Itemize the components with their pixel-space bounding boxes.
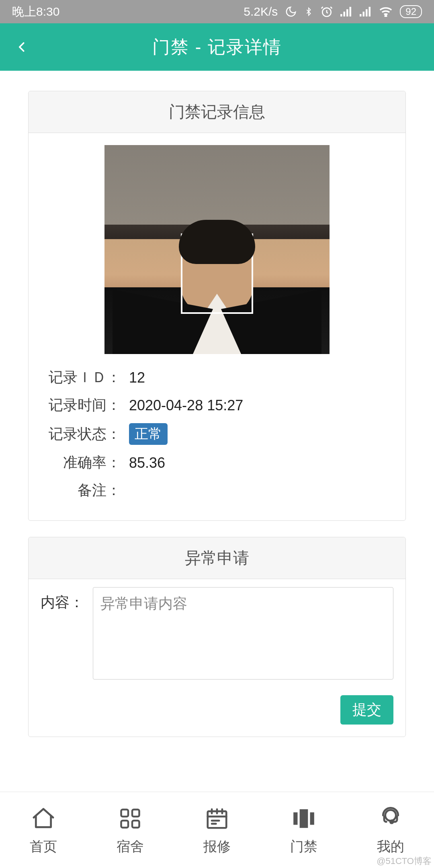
exception-content-label: 内容：: [41, 587, 93, 683]
record-remark-row: 备注：: [41, 477, 393, 504]
record-accuracy-row: 准确率： 85.36: [41, 449, 393, 477]
wifi-icon: [379, 6, 393, 17]
svg-point-9: [385, 16, 387, 17]
record-status-row: 记录状态： 正常: [41, 419, 393, 449]
exception-content-input[interactable]: [93, 587, 393, 680]
exception-panel-title: 异常申请: [29, 537, 405, 579]
nav-home-label: 首页: [30, 837, 57, 856]
svg-rect-10: [121, 809, 129, 817]
svg-rect-1: [340, 14, 342, 16]
svg-rect-3: [346, 9, 348, 16]
alarm-icon: [320, 5, 333, 18]
record-time-label: 记录时间：: [41, 395, 121, 415]
page-title: 门禁 - 记录详情: [152, 35, 281, 59]
net-speed: 5.2K/s: [244, 5, 278, 18]
svg-point-24: [385, 810, 396, 821]
battery-level: 92: [400, 5, 422, 18]
svg-rect-21: [293, 812, 297, 825]
nav-repair[interactable]: 报修: [174, 792, 260, 868]
status-bar: 晚上8:30 5.2K/s 92: [0, 0, 434, 23]
svg-rect-23: [310, 812, 314, 825]
back-button[interactable]: [16, 23, 28, 71]
record-photo: [104, 145, 330, 354]
chevron-left-icon: [16, 37, 28, 57]
svg-rect-11: [132, 809, 139, 817]
page-header: 门禁 - 记录详情: [0, 23, 434, 71]
record-id-row: 记录ＩＤ： 12: [41, 364, 393, 391]
record-accuracy-label: 准确率：: [41, 453, 121, 473]
record-info-panel: 门禁记录信息 记录ＩＤ： 12 记录时间： 2020-04-28 1: [28, 91, 406, 521]
bottom-nav: 首页 宿舍 报修 门禁 我的: [0, 792, 434, 868]
exception-panel: 异常申请 内容： 提交: [28, 537, 406, 737]
record-id-value: 12: [121, 369, 145, 386]
support-icon: [378, 805, 403, 833]
nav-mine-label: 我的: [377, 837, 404, 856]
door-icon: [291, 805, 316, 833]
watermark: @51CTO博客: [377, 855, 432, 867]
status-icons: 5.2K/s 92: [244, 5, 422, 18]
signal-icon: [340, 6, 352, 17]
nav-dorm[interactable]: 宿舍: [87, 792, 174, 868]
svg-rect-5: [360, 14, 362, 16]
record-time-value: 2020-04-28 15:27: [121, 397, 243, 414]
bluetooth-icon: [304, 5, 313, 18]
svg-rect-6: [363, 12, 365, 16]
record-time-row: 记录时间： 2020-04-28 15:27: [41, 391, 393, 419]
grid-icon: [118, 805, 142, 833]
svg-rect-8: [369, 7, 371, 16]
record-accuracy-value: 85.36: [121, 454, 165, 471]
record-status-label: 记录状态：: [41, 424, 121, 444]
record-panel-title: 门禁记录信息: [29, 91, 405, 133]
home-icon: [31, 805, 56, 833]
calendar-icon: [205, 805, 229, 833]
nav-repair-label: 报修: [203, 837, 231, 856]
record-id-label: 记录ＩＤ：: [41, 368, 121, 387]
nav-access-label: 门禁: [290, 837, 317, 856]
record-status-badge: 正常: [129, 423, 168, 445]
submit-button[interactable]: 提交: [340, 695, 393, 725]
record-remark-label: 备注：: [41, 481, 121, 500]
svg-point-25: [390, 820, 393, 823]
moon-icon: [285, 6, 297, 18]
nav-access[interactable]: 门禁: [260, 792, 347, 868]
status-time: 晚上8:30: [12, 4, 59, 20]
svg-rect-7: [366, 9, 368, 16]
nav-home[interactable]: 首页: [0, 792, 87, 868]
svg-rect-22: [300, 809, 308, 828]
signal-hd-icon: [360, 6, 372, 17]
svg-rect-13: [132, 821, 139, 828]
svg-rect-2: [344, 12, 346, 16]
svg-rect-4: [350, 7, 352, 16]
svg-rect-12: [121, 821, 129, 828]
nav-dorm-label: 宿舍: [117, 837, 144, 856]
